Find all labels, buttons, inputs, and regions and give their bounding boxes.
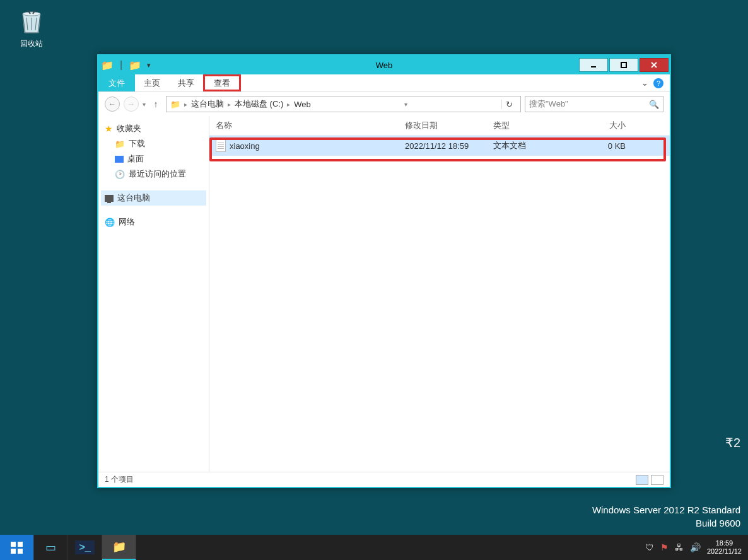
col-date[interactable]: 修改日期 bbox=[405, 120, 493, 131]
svg-point-0 bbox=[23, 12, 40, 16]
crumb-folder[interactable]: Web bbox=[294, 100, 311, 109]
new-folder-icon[interactable]: 📁 bbox=[130, 60, 140, 70]
ribbon: 文件 主页 共享 查看 ⌄ ? bbox=[98, 74, 670, 92]
file-type: 文本文档 bbox=[493, 140, 575, 151]
powershell-icon: >_ bbox=[75, 540, 94, 554]
ribbon-share[interactable]: 共享 bbox=[169, 74, 203, 91]
folder-icon: 📁 bbox=[112, 540, 126, 554]
edition-fragment: ₹2 bbox=[725, 434, 740, 452]
dropdown-icon[interactable]: ▾ bbox=[144, 60, 154, 70]
recycle-bin-label: 回收站 bbox=[13, 38, 50, 49]
computer-icon bbox=[105, 195, 114, 202]
tree-computer[interactable]: 这台电脑 bbox=[101, 190, 206, 206]
crumb-drive[interactable]: 本地磁盘 (C:) bbox=[235, 98, 283, 110]
explorer-window: 📁 | 📁 ▾ Web 文件 主页 共享 查看 ⌄ ? ← → ▾ ↑ 📁 ▸ … bbox=[97, 54, 671, 488]
help-icon[interactable]: ? bbox=[653, 78, 663, 88]
server-icon: ▭ bbox=[45, 540, 56, 554]
desktop-icon bbox=[115, 156, 124, 163]
clock-time: 18:59 bbox=[707, 539, 742, 547]
tree-recent[interactable]: 🕑最近访问的位置 bbox=[101, 166, 206, 182]
nav-back-button[interactable]: ← bbox=[105, 96, 120, 112]
recycle-bin-icon bbox=[16, 6, 47, 37]
start-button[interactable] bbox=[0, 535, 34, 560]
address-bar: ← → ▾ ↑ 📁 ▸ 这台电脑 ▸ 本地磁盘 (C:) ▸ Web ▾ ↻ 搜… bbox=[98, 92, 670, 116]
desktop-system-info: ₹2 Windows Server 2012 R2 Standard Build… bbox=[592, 503, 740, 530]
qat: 📁 | 📁 ▾ bbox=[98, 60, 154, 70]
text-file-icon bbox=[216, 139, 226, 152]
file-row[interactable]: xiaoxing 2022/11/12 18:59 文本文档 0 KB bbox=[209, 136, 670, 156]
chevron-right-icon[interactable]: ▸ bbox=[228, 101, 231, 108]
task-server-manager[interactable]: ▭ bbox=[34, 535, 68, 560]
task-powershell[interactable]: >_ bbox=[68, 535, 102, 560]
column-headers[interactable]: 名称 修改日期 类型 大小 bbox=[209, 116, 670, 136]
clock-date: 2022/11/12 bbox=[707, 547, 742, 556]
maximize-button[interactable] bbox=[609, 58, 638, 72]
network-tray-icon[interactable]: 🖧 bbox=[675, 542, 684, 552]
window-title: Web bbox=[376, 61, 393, 70]
col-type[interactable]: 类型 bbox=[493, 120, 575, 131]
close-button[interactable] bbox=[640, 58, 669, 72]
recent-icon: 🕑 bbox=[115, 170, 125, 179]
file-size: 0 KB bbox=[575, 141, 626, 151]
clock[interactable]: 18:59 2022/11/12 bbox=[707, 539, 742, 556]
crumb-dropdown-icon[interactable]: ▾ bbox=[404, 101, 407, 108]
file-date: 2022/11/12 18:59 bbox=[405, 141, 493, 151]
star-icon: ★ bbox=[105, 124, 113, 134]
file-name: xiaoxing bbox=[230, 141, 260, 151]
tree-desktop[interactable]: 桌面 bbox=[101, 151, 206, 166]
search-placeholder: 搜索"Web" bbox=[529, 98, 568, 110]
divider-icon: | bbox=[116, 60, 126, 70]
tree-downloads[interactable]: 📁下载 bbox=[101, 136, 206, 151]
desktop-recycle-bin[interactable]: 回收站 bbox=[13, 6, 50, 49]
refresh-button[interactable]: ↻ bbox=[501, 100, 517, 109]
flag-icon[interactable]: ⚑ bbox=[660, 542, 669, 552]
item-count: 1 个项目 bbox=[105, 474, 134, 485]
nav-up-button[interactable]: ↑ bbox=[149, 99, 162, 109]
status-bar: 1 个项目 bbox=[98, 472, 670, 487]
ribbon-expand-icon[interactable]: ⌄ bbox=[641, 78, 648, 88]
minimize-button[interactable] bbox=[579, 58, 608, 72]
chevron-right-icon[interactable]: ▸ bbox=[184, 101, 187, 108]
nav-tree: ★收藏夹 📁下载 桌面 🕑最近访问的位置 这台电脑 🌐网络 bbox=[98, 116, 209, 472]
folder-icon: 📁 bbox=[170, 100, 180, 109]
breadcrumb[interactable]: 📁 ▸ 这台电脑 ▸ 本地磁盘 (C:) ▸ Web ▾ ↻ bbox=[166, 96, 521, 112]
thumbnails-view-button[interactable] bbox=[651, 475, 663, 485]
svg-rect-2 bbox=[621, 62, 626, 67]
col-size[interactable]: 大小 bbox=[575, 120, 626, 131]
taskbar: ▭ >_ 📁 🛡 ⚑ 🖧 🔊 18:59 2022/11/12 bbox=[0, 535, 748, 560]
network-icon: 🌐 bbox=[105, 218, 115, 227]
ribbon-view[interactable]: 查看 bbox=[203, 74, 241, 91]
file-list: 名称 修改日期 类型 大小 xiaoxing 2022/11/12 18:59 … bbox=[209, 116, 670, 472]
crumb-computer[interactable]: 这台电脑 bbox=[191, 98, 224, 110]
ribbon-file[interactable]: 文件 bbox=[98, 74, 135, 91]
nav-forward-button[interactable]: → bbox=[124, 96, 139, 112]
volume-icon[interactable]: 🔊 bbox=[690, 542, 701, 552]
search-icon[interactable]: 🔍 bbox=[649, 100, 659, 109]
edition-label: Windows Server 2012 R2 Standard bbox=[592, 503, 740, 516]
ribbon-home[interactable]: 主页 bbox=[135, 74, 169, 91]
details-view-button[interactable] bbox=[636, 475, 648, 485]
recent-dropdown-icon[interactable]: ▾ bbox=[143, 101, 146, 108]
security-icon[interactable]: 🛡 bbox=[645, 542, 654, 552]
tree-network[interactable]: 🌐网络 bbox=[101, 214, 206, 230]
task-explorer[interactable]: 📁 bbox=[102, 535, 136, 560]
folder-icon: 📁 bbox=[102, 60, 112, 70]
search-input[interactable]: 搜索"Web" 🔍 bbox=[525, 96, 663, 112]
col-name[interactable]: 名称 bbox=[216, 120, 405, 131]
titlebar[interactable]: 📁 | 📁 ▾ Web bbox=[98, 55, 670, 74]
chevron-right-icon[interactable]: ▸ bbox=[287, 101, 290, 108]
folder-icon: 📁 bbox=[115, 139, 125, 149]
tree-favorites[interactable]: ★收藏夹 bbox=[101, 121, 206, 136]
build-label: Build 9600 bbox=[592, 516, 740, 530]
system-tray: 🛡 ⚑ 🖧 🔊 18:59 2022/11/12 bbox=[639, 535, 748, 560]
